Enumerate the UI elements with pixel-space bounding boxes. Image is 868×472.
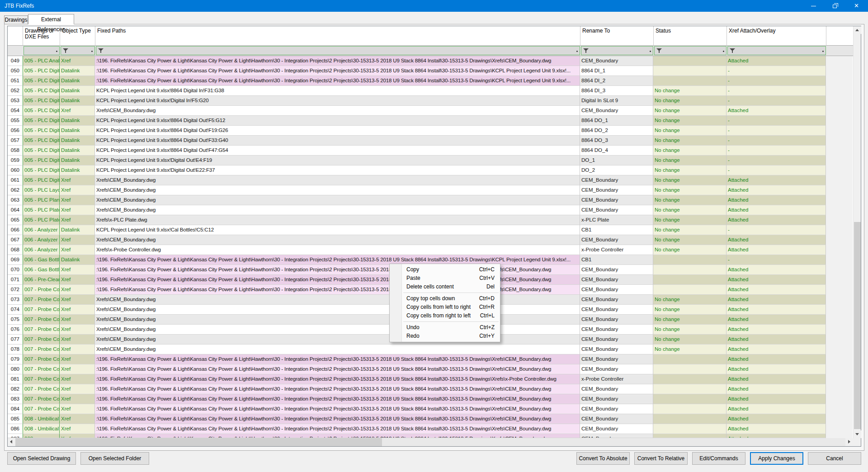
grid-cell-status[interactable]: No change: [653, 245, 726, 255]
grid-cell-row-number[interactable]: 057: [8, 136, 23, 146]
grid-cell-object-type[interactable]: Datalink: [60, 116, 95, 126]
grid-cell-row-number[interactable]: 059: [8, 156, 23, 165]
grid-cell-rename-to[interactable]: CEM_Boundary: [580, 364, 653, 374]
grid-cell-fixed-path[interactable]: Xrefs\CEM_Boundary.dwg: [95, 345, 580, 354]
grid-cell-drawing-file[interactable]: 008 - Umbilical In...: [23, 424, 60, 434]
scroll-up-button[interactable]: [854, 26, 861, 34]
grid-cell-row-number[interactable]: 070: [8, 265, 23, 275]
grid-cell-xref-attach-overlay[interactable]: Attached: [726, 305, 826, 315]
filter-cell-3[interactable]: [95, 46, 580, 56]
grid-cell-xref-attach-overlay[interactable]: -: [726, 165, 826, 175]
grid-cell-xref-attach-overlay[interactable]: -: [726, 225, 826, 235]
grid-cell-drawing-file[interactable]: 005 - PLC Analog...: [23, 56, 60, 66]
grid-cell-rename-to[interactable]: CEM_Boundary: [580, 56, 653, 66]
grid-cell-object-type[interactable]: Xref: [60, 414, 95, 424]
grid-cell-fixed-path[interactable]: :\196. FixRefs\Kansas City Power & Light…: [95, 56, 580, 66]
grid-cell-drawing-file[interactable]: 005 - PLC Digital ...: [23, 175, 60, 185]
grid-cell-fixed-path[interactable]: Xrefs\CEM_Boundary.dwg: [95, 205, 580, 215]
grid-cell-object-type[interactable]: Xref: [60, 285, 95, 295]
grid-cell-drawing-file[interactable]: 005 - PLC Digital ...: [23, 86, 60, 96]
open-selected-folder-button[interactable]: Open Selected Folder: [80, 452, 149, 465]
grid-cell-rename-to[interactable]: CEM_Boundary: [580, 205, 653, 215]
grid-cell-object-type[interactable]: Xref: [60, 195, 95, 205]
filter-cell-5[interactable]: [654, 46, 727, 56]
grid-cell-row-number[interactable]: 058: [8, 146, 23, 156]
vertical-scrollbar[interactable]: [853, 26, 861, 438]
grid-cell-status[interactable]: No change: [653, 205, 726, 215]
grid-cell-drawing-file[interactable]: 006 - Gas Bottle ...: [23, 255, 60, 265]
grid-cell-rename-to[interactable]: CEM_Boundary: [580, 325, 653, 335]
grid-cell-row-number[interactable]: 086: [8, 424, 23, 434]
grid-cell-drawing-file[interactable]: 005 - PLC Digital ...: [23, 76, 60, 86]
grid-cell-fixed-path[interactable]: :\196. FixRefs\Kansas City Power & Light…: [95, 265, 580, 275]
grid-cell-xref-attach-overlay[interactable]: Attached: [726, 414, 826, 424]
tab-external-references[interactable]: External References: [28, 14, 74, 24]
grid-cell-status[interactable]: [653, 364, 726, 374]
grid-cell-status[interactable]: [653, 354, 726, 364]
grid-cell-drawing-file[interactable]: 007 - Probe Contr...: [23, 345, 60, 354]
grid-cell-object-type[interactable]: Xref: [60, 424, 95, 434]
grid-cell-status[interactable]: No change: [653, 146, 726, 156]
scroll-right-button[interactable]: [845, 438, 853, 446]
grid-cell-row-number[interactable]: 069: [8, 255, 23, 265]
grid-cell-xref-attach-overlay[interactable]: Attached: [726, 315, 826, 325]
filter-input[interactable]: [61, 46, 95, 55]
grid-cell-drawing-file[interactable]: 007 - Probe Contr...: [23, 335, 60, 345]
grid-cell-drawing-file[interactable]: 007 - Probe Contr...: [23, 305, 60, 315]
filter-input[interactable]: [581, 46, 653, 55]
grid-cell-status[interactable]: No change: [653, 165, 726, 175]
grid-cell-rename-to[interactable]: 8864 DO_3: [580, 136, 653, 146]
grid-cell-row-number[interactable]: 060: [8, 165, 23, 175]
grid-cell-rename-to[interactable]: CEM_Boundary: [580, 414, 653, 424]
grid-cell-xref-attach-overlay[interactable]: Attached: [726, 235, 826, 245]
grid-cell-status[interactable]: [653, 255, 726, 265]
grid-cell-status[interactable]: [653, 384, 726, 394]
grid-cell-object-type[interactable]: Xref: [60, 315, 95, 325]
open-selected-drawing-button[interactable]: Open Selected Drawing: [7, 452, 76, 465]
grid-cell-drawing-file[interactable]: 005 - PLC Digital ...: [23, 146, 60, 156]
grid-cell-object-type[interactable]: Xref: [60, 175, 95, 185]
grid-cell-drawing-file[interactable]: 006 - Analyzer Pi...: [23, 225, 60, 235]
grid-cell-object-type[interactable]: Xref: [60, 305, 95, 315]
grid-cell-status[interactable]: No change: [653, 156, 726, 165]
grid-cell-drawing-file[interactable]: 007 - Probe Contr...: [23, 404, 60, 414]
grid-cell-object-type[interactable]: Xref: [60, 245, 95, 255]
grid-cell-rename-to[interactable]: CEM_Boundary: [580, 345, 653, 354]
grid-cell-row-number[interactable]: 064: [8, 205, 23, 215]
grid-cell-drawing-file[interactable]: 006 - Gas Bottle ...: [23, 265, 60, 275]
grid-cell-drawing-file[interactable]: 005 - PLC Digital ...: [23, 96, 60, 106]
grid-cell-object-type[interactable]: Datalink: [60, 126, 95, 136]
dropdown-dot-icon[interactable]: [576, 51, 578, 52]
grid-cell-object-type[interactable]: Datalink: [60, 136, 95, 146]
grid-cell-object-type[interactable]: Datalink: [60, 146, 95, 156]
grid-cell-fixed-path[interactable]: KCPL Project Legend Unit 9.xlsx!Digital …: [95, 96, 580, 106]
grid-cell-xref-attach-overlay[interactable]: Attached: [726, 404, 826, 414]
grid-cell-xref-attach-overlay[interactable]: -: [726, 76, 826, 86]
filter-input[interactable]: [654, 46, 726, 55]
grid-cell-status[interactable]: [653, 275, 726, 285]
grid-cell-status[interactable]: No change: [653, 136, 726, 146]
grid-cell-rename-to[interactable]: CEM_Boundary: [580, 195, 653, 205]
context-menu-item-undo[interactable]: Ctrl+ZUndo: [390, 323, 500, 332]
cancel-button[interactable]: Cancel: [808, 452, 861, 465]
dropdown-dot-icon[interactable]: [56, 51, 57, 52]
grid-cell-status[interactable]: [653, 434, 726, 438]
horizontal-scrollbar[interactable]: [8, 438, 853, 446]
close-button[interactable]: ✕: [847, 0, 867, 12]
dropdown-dot-icon[interactable]: [650, 51, 651, 52]
grid-cell-status[interactable]: [653, 374, 726, 384]
filter-cell-6[interactable]: [727, 46, 826, 56]
grid-cell-row-number[interactable]: 082: [8, 384, 23, 394]
column-header-status[interactable]: Status: [654, 26, 727, 46]
horizontal-scroll-thumb[interactable]: [15, 438, 382, 446]
context-menu-item-delete-cells-content[interactable]: DelDelete cells content: [390, 283, 500, 291]
grid-cell-object-type[interactable]: Xref: [60, 364, 95, 374]
grid-cell-status[interactable]: No change: [653, 225, 726, 235]
grid-cell-status[interactable]: No change: [653, 185, 726, 195]
grid-cell-drawing-file[interactable]: 007 - Probe Contr...: [23, 364, 60, 374]
grid-cell-rename-to[interactable]: CEM_Boundary: [580, 434, 653, 438]
grid-cell-fixed-path[interactable]: Xrefs\CEM_Boundary.dwg: [95, 235, 580, 245]
grid-cell-rename-to[interactable]: CEM_Boundary: [580, 285, 653, 295]
grid-cell-xref-attach-overlay[interactable]: -: [726, 126, 826, 136]
title-bar[interactable]: JTB FixRefs ✕: [0, 0, 868, 12]
